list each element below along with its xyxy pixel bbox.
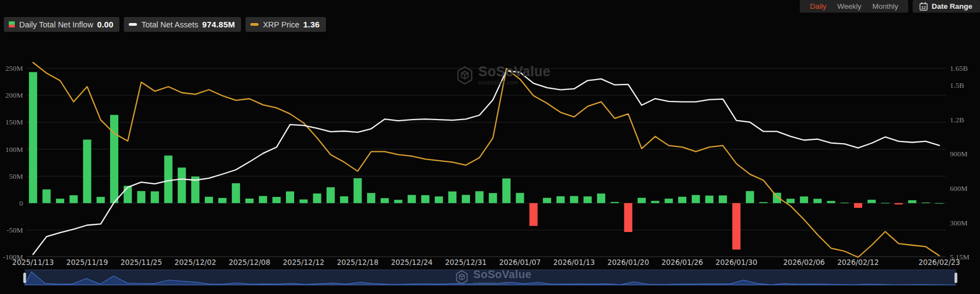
navigator-handle-left — [24, 273, 26, 283]
inflow-bar — [435, 196, 443, 203]
inflow-bar — [529, 203, 537, 226]
inflow-bar — [895, 203, 903, 204]
inflow-bar — [421, 195, 429, 203]
inflow-bar — [110, 115, 118, 203]
right-axis-tick: 600M — [950, 184, 967, 193]
inflow-bar — [638, 198, 646, 203]
inflow-bar — [286, 191, 294, 203]
inflow-bar — [759, 202, 767, 203]
inflow-bar — [746, 191, 754, 203]
inflow-bar — [840, 203, 849, 203]
navigator-slider[interactable] — [24, 270, 958, 286]
inflow-bar — [705, 196, 713, 203]
inflow-bar — [353, 178, 362, 203]
left-axis-tick: -50M — [7, 226, 23, 234]
right-axis-tick: 300M — [950, 219, 967, 227]
left-axis-tick: 100M — [5, 145, 23, 154]
inflow-bar — [800, 196, 808, 203]
inflow-bar — [732, 203, 741, 250]
inflow-bar — [245, 199, 254, 203]
inflow-bar — [719, 195, 727, 203]
inflow-bar — [381, 198, 389, 203]
inflow-bar — [543, 198, 551, 203]
inflow-bar — [597, 194, 605, 203]
x-axis-tick: 2025/11/13 — [12, 258, 54, 267]
x-axis-tick: 2026/01/30 — [715, 258, 757, 267]
inflow-bar — [827, 201, 835, 203]
inflow-bar — [219, 198, 227, 203]
inflow-bar — [570, 196, 578, 203]
inflow-bar — [326, 187, 335, 203]
x-axis-tick: 2026/01/07 — [499, 258, 541, 267]
right-axis-tick: 1.5B — [950, 81, 964, 89]
x-axis-tick: 2025/12/02 — [175, 258, 216, 267]
inflow-bar — [177, 168, 186, 203]
inflow-bar — [489, 193, 497, 203]
inflow-bar — [787, 199, 795, 203]
inflow-bar — [43, 189, 51, 203]
x-axis-tick: 2026/02/06 — [783, 258, 825, 267]
inflow-bar — [151, 191, 159, 203]
inflow-bar — [56, 199, 64, 203]
inflow-bar — [475, 191, 484, 203]
inflow-bar — [164, 156, 173, 203]
left-axis-tick: 250M — [5, 64, 23, 72]
inflow-bar — [678, 197, 686, 203]
inflow-bar — [611, 202, 619, 203]
inflow-bar — [448, 191, 456, 203]
x-axis-tick: 2026/01/26 — [661, 258, 703, 267]
inflow-bar — [624, 203, 632, 232]
inflow-bar — [935, 203, 943, 203]
inflow-bar — [340, 196, 348, 203]
x-axis-tick: 2026/01/20 — [608, 258, 649, 267]
inflow-bar — [272, 197, 280, 203]
inflow-bar — [29, 72, 37, 203]
x-axis-tick: 2025/12/31 — [445, 258, 486, 267]
inflow-bar — [394, 200, 403, 203]
x-axis-tick: 2025/12/12 — [283, 258, 324, 267]
inflow-bar — [502, 178, 511, 203]
right-axis-tick: 900M — [950, 150, 967, 158]
inflow-bar — [583, 196, 592, 203]
x-axis-tick: 2026/02/12 — [837, 258, 879, 267]
inflow-bar — [557, 196, 565, 203]
etf-flow-chart-app: Daily Weekly Monthly 12 Date Range Daily… — [0, 0, 980, 294]
right-axis-tick: 1.2B — [950, 116, 964, 124]
inflow-bar — [259, 196, 267, 203]
navigator-handle-right — [955, 273, 958, 283]
inflow-bar — [651, 201, 660, 203]
left-axis-tick: 200M — [5, 91, 23, 99]
main-chart-canvas[interactable]: 250M200M150M100M50M0-50M-100M1.65B1.5B1.… — [0, 0, 980, 294]
inflow-bar — [124, 186, 132, 203]
inflow-bar — [83, 140, 91, 203]
x-axis-tick: 2025/11/25 — [121, 258, 162, 267]
inflow-bar — [205, 197, 213, 203]
left-axis-tick: 0 — [19, 199, 23, 207]
inflow-bar — [96, 197, 105, 203]
x-axis-tick: 2025/12/08 — [228, 258, 270, 267]
inflow-bar — [313, 194, 321, 203]
inflow-bar — [664, 199, 673, 203]
right-axis-tick: 1.65B — [950, 64, 968, 72]
x-axis-tick: 2025/12/18 — [337, 258, 379, 267]
inflow-bar — [908, 200, 916, 203]
x-axis-tick: 2026/02/23 — [919, 258, 960, 267]
x-axis-tick: 2025/12/24 — [391, 258, 433, 267]
x-axis-tick: 2026/01/13 — [553, 258, 595, 267]
inflow-bar — [692, 195, 700, 203]
inflow-bar — [868, 200, 876, 203]
inflow-bar — [70, 195, 78, 203]
axis-labels: 250M200M150M100M50M0-50M-100M1.65B1.5B1.… — [3, 64, 969, 267]
left-axis-tick: 150M — [5, 118, 23, 126]
inflow-bar — [300, 200, 308, 203]
inflow-bar — [922, 202, 930, 203]
x-axis-tick: 2025/11/19 — [66, 258, 108, 267]
inflow-bar — [813, 199, 822, 203]
inflow-bar — [232, 183, 240, 203]
inflow-bar — [408, 195, 416, 203]
inflow-bar — [516, 193, 524, 203]
inflow-bar — [854, 203, 862, 208]
inflow-bar — [367, 193, 375, 203]
inflow-bar — [462, 195, 470, 203]
left-axis-tick: 50M — [9, 172, 23, 180]
